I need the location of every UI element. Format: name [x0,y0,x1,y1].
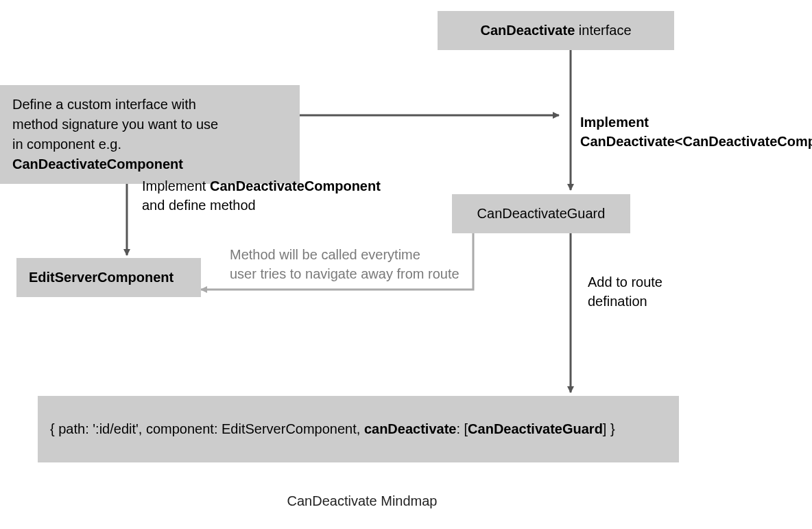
text: interface [575,23,631,38]
node-route-definition: { path: ':id/edit', component: EditServe… [38,396,679,462]
node-candeactivate-interface: CanDeactivate interface [438,11,674,50]
diagram-caption: CanDeactivate Mindmap [266,493,458,509]
label-add-route: Add to route defination [588,272,662,311]
label-method-called: Method will be called everytime user tri… [230,245,459,283]
text-line: in component e.g. CanDeactivateComponent [12,134,287,174]
text-line: method signature you want to use [12,115,287,134]
node-custom-interface: Define a custom interface with method si… [0,85,300,184]
label-implement-component: Implement CanDeactivateComponent and def… [142,176,381,215]
node-editserver-component: EditServerComponent [16,258,201,297]
label-implement-guard: Implement CanDeactivate<CanDeactivateCom… [580,113,812,151]
node-candeactivate-guard: CanDeactivateGuard [452,194,630,233]
text-bold: CanDeactivate [480,23,575,38]
text-line: Define a custom interface with [12,95,287,115]
